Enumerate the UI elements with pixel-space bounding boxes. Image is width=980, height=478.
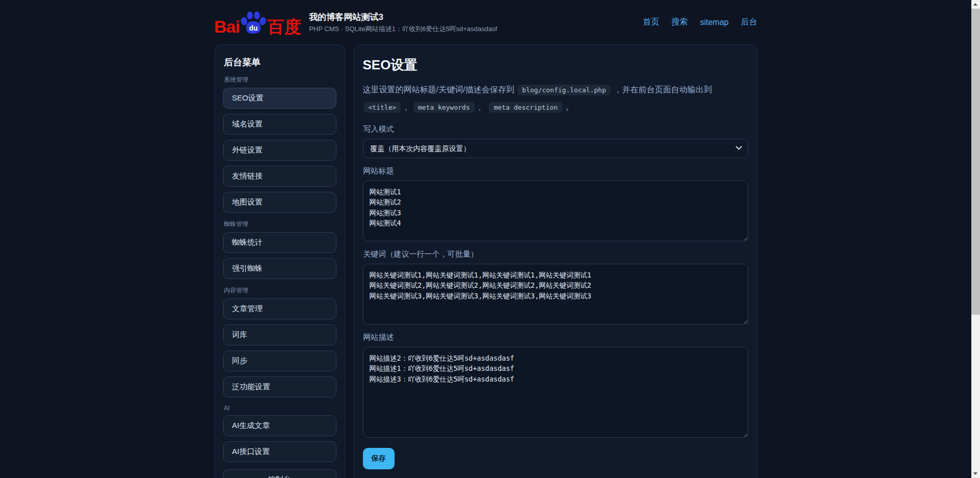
site-title: 我的博客网站测试3 xyxy=(309,11,497,23)
write-mode-select[interactable]: 覆盖（用本次内容覆盖原设置） xyxy=(363,139,748,158)
scrollbar-down-arrow[interactable] xyxy=(971,469,980,478)
admin-sidebar: 后台菜单 系统管理SEO设置域名设置外链设置友情链接地图设置蜘蛛管理蜘蛛统计强引… xyxy=(214,44,345,478)
site-description-textarea[interactable]: 网站描述2：吖收到6爱仕达5呵sd+asdasdasf 网站描述1：吖收到6爱仕… xyxy=(363,347,748,438)
sidebar-title: 后台菜单 xyxy=(224,56,336,68)
top-header: Bai du 百度 我的博客网站测试3 PHP CMS · SQLite网站描述… xyxy=(0,0,971,44)
sidebar-item[interactable]: 同步 xyxy=(223,350,336,371)
sidebar-item[interactable]: 外链设置 xyxy=(223,140,336,161)
sidebar-item[interactable]: 泛功能设置 xyxy=(223,376,336,397)
inline-code-chip: meta keywords xyxy=(413,102,475,113)
scrollbar-thumb[interactable] xyxy=(971,9,980,315)
site-description-label: 网站描述 xyxy=(363,333,748,342)
sidebar-item[interactable]: 词库 xyxy=(223,324,336,345)
page: Bai du 百度 我的博客网站测试3 PHP CMS · SQLite网站描述… xyxy=(0,0,971,478)
logo-text-cn: 百度 xyxy=(267,18,302,35)
svg-text:du: du xyxy=(249,24,258,32)
nav-link[interactable]: 搜索 xyxy=(671,17,688,28)
nav-link[interactable]: 首页 xyxy=(643,17,659,28)
sidebar-item[interactable]: 强引蜘蛛 xyxy=(223,258,336,279)
sidebar-item-console[interactable]: 控制台 xyxy=(223,469,336,478)
keywords-textarea[interactable]: 网站关键词测试1,网站关键词测试1,网站关键词测试1,网站关键词测试1 网站关键… xyxy=(363,264,748,324)
sidebar-item[interactable]: 文章管理 xyxy=(223,298,336,319)
page-description: 这里设置的网站标题/关键词/描述会保存到 blog/config.local.p… xyxy=(363,81,748,115)
seo-settings-panel: SEO设置 这里设置的网站标题/关键词/描述会保存到 blog/config.l… xyxy=(354,44,757,478)
inline-code-chip: meta description xyxy=(489,102,562,113)
sidebar-section-label: 内容管理 xyxy=(224,286,336,295)
brand[interactable]: Bai du 百度 我的博客网站测试3 PHP CMS · SQLite网站描述… xyxy=(214,10,498,35)
sidebar-item[interactable]: 友情链接 xyxy=(223,166,336,187)
sidebar-item[interactable]: 域名设置 xyxy=(223,114,336,135)
sidebar-item[interactable]: AI接口设置 xyxy=(223,441,336,462)
baidu-paw-icon: du xyxy=(240,10,266,35)
nav-link[interactable]: sitemap xyxy=(700,18,728,27)
write-mode-label: 写入模式 xyxy=(363,124,748,134)
console-button-label: 控制台 xyxy=(268,475,291,478)
site-title-label: 网站标题 xyxy=(363,166,748,176)
sidebar-section-label: 蜘蛛管理 xyxy=(224,220,336,229)
sidebar-sections: 系统管理SEO设置域名设置外链设置友情链接地图设置蜘蛛管理蜘蛛统计强引蜘蛛内容管… xyxy=(223,76,336,462)
sidebar-item[interactable]: AI生成文章 xyxy=(223,415,336,436)
keywords-label: 关键词（建议一行一个，可批量） xyxy=(363,249,748,259)
baidu-logo: Bai du 百度 xyxy=(214,10,302,35)
site-title-textarea[interactable]: 网站测试1 网站测试2 网站测试3 网站测试4 xyxy=(363,181,748,241)
site-subtitle: PHP CMS · SQLite网站描述1：吖收到6爱仕达5呵sd+asdasd… xyxy=(309,24,497,34)
sidebar-section-label: 系统管理 xyxy=(224,76,336,84)
top-nav: 首页搜索sitemap后台 xyxy=(643,17,757,28)
sidebar-item[interactable]: SEO设置 xyxy=(223,88,336,109)
scrollbar-up-arrow[interactable] xyxy=(971,0,980,9)
save-button[interactable]: 保存 xyxy=(363,448,395,469)
page-title: SEO设置 xyxy=(363,56,748,74)
inline-code-chip: <title> xyxy=(364,102,401,113)
page-scrollbar[interactable] xyxy=(971,0,980,478)
sidebar-section-label: AI xyxy=(224,405,336,412)
logo-text-bai: Bai xyxy=(214,18,240,35)
inline-code-chip: blog/config.local.php xyxy=(518,85,610,95)
sidebar-item[interactable]: 地图设置 xyxy=(223,192,336,213)
nav-link[interactable]: 后台 xyxy=(741,17,757,28)
sidebar-item[interactable]: 蜘蛛统计 xyxy=(223,232,336,253)
write-mode-select-wrap: 覆盖（用本次内容覆盖原设置） xyxy=(363,139,748,158)
